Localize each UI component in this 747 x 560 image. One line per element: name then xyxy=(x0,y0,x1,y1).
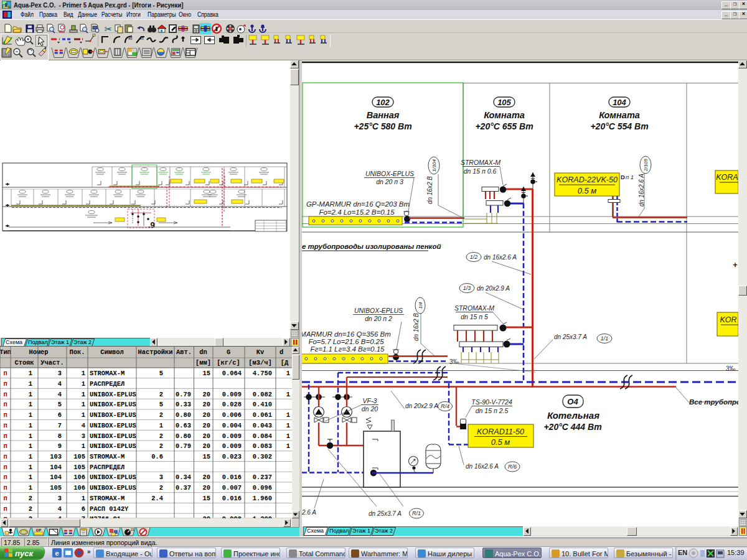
svg-text:[м3/ч]: [м3/ч] xyxy=(248,359,271,366)
svg-text:РАСП 0142Y: РАСП 0142Y xyxy=(90,505,129,513)
svg-text:1.960: 1.960 xyxy=(253,495,272,502)
svg-text:+: + xyxy=(733,260,738,269)
svg-text:UNIBOX-EPLUS: UNIBOX-EPLUS xyxy=(90,411,136,419)
svg-text:dn 15 п 5: dn 15 п 5 xyxy=(461,313,488,320)
svg-text:1: 1 xyxy=(82,495,85,502)
svg-text:1: 1 xyxy=(286,370,290,377)
svg-text:D: D xyxy=(621,174,625,180)
svg-text:KORAD-22VK-50: KORAD-22VK-50 xyxy=(557,175,618,184)
svg-text:TS-90-V-7724: TS-90-V-7724 xyxy=(471,398,512,406)
svg-text:3: 3 xyxy=(58,495,62,502)
svg-text:20: 20 xyxy=(203,401,210,408)
svg-text:R/4: R/4 xyxy=(441,403,449,409)
svg-text:5: 5 xyxy=(159,370,163,377)
svg-text:106: 106 xyxy=(73,484,85,492)
svg-text:✂: ✂ xyxy=(105,24,113,34)
svg-text:dn 20 п 3: dn 20 п 3 xyxy=(376,178,403,185)
svg-text:UNIBOX-EPLUS: UNIBOX-EPLUS xyxy=(90,401,136,408)
svg-text:[мм]: [мм] xyxy=(195,359,211,366)
svg-text:106: 106 xyxy=(73,474,85,481)
svg-text:d: d xyxy=(280,348,283,356)
svg-text:UNIBOX-EPLUS: UNIBOX-EPLUS xyxy=(354,307,403,314)
svg-text:STROMAX-M: STROMAX-M xyxy=(90,370,125,377)
svg-text:п: п xyxy=(3,484,7,492)
svg-text:+20°C 554 Вт: +20°C 554 Вт xyxy=(590,121,648,131)
svg-text:UNIBOX-EPLUS: UNIBOX-EPLUS xyxy=(90,432,136,440)
svg-text:1: 1 xyxy=(82,370,85,377)
svg-text:п: п xyxy=(3,432,7,440)
svg-text:15: 15 xyxy=(203,495,210,502)
svg-text:dn 25x3.7 A: dn 25x3.7 A xyxy=(554,334,587,340)
svg-text:0.80: 0.80 xyxy=(176,432,191,440)
svg-text:п: п xyxy=(3,401,7,408)
svg-text:dn 25x3.7 A: dn 25x3.7 A xyxy=(369,510,402,517)
svg-text:dn: dn xyxy=(199,348,207,356)
svg-text:-MARMUR dn=16 Q=356 Вт: -MARMUR dn=16 Q=356 Вт xyxy=(302,330,391,338)
svg-text:1/4: 1/4 xyxy=(418,302,423,309)
svg-text:1: 1 xyxy=(29,453,32,460)
svg-text:105: 105 xyxy=(73,453,85,460)
svg-text:1: 1 xyxy=(286,391,290,398)
svg-text:20: 20 xyxy=(203,484,210,492)
svg-text:Fг=1.1 Lг=3.4 Вг=0.15: Fг=1.1 Lг=3.4 Вг=0.15 xyxy=(311,345,385,353)
svg-text:0.37: 0.37 xyxy=(176,484,191,492)
svg-text:0.082: 0.082 xyxy=(253,391,272,398)
svg-text:dn 16x2 B: dn 16x2 B xyxy=(413,313,420,341)
svg-text:105: 105 xyxy=(497,98,511,107)
svg-text:15: 15 xyxy=(131,528,134,531)
svg-text:1: 1 xyxy=(82,401,85,408)
svg-text:4: 4 xyxy=(58,391,62,398)
svg-text:O4: O4 xyxy=(567,397,578,406)
svg-text:1: 1 xyxy=(29,464,32,471)
svg-text:VF-3: VF-3 xyxy=(363,397,377,404)
svg-text:0.5 м: 0.5 м xyxy=(491,437,510,447)
svg-text:п: п xyxy=(3,474,7,481)
svg-text:STROMAX-M: STROMAX-M xyxy=(90,453,125,460)
svg-text:6: 6 xyxy=(82,505,85,513)
svg-text:dn 16x2.6 A: dn 16x2.6 A xyxy=(484,254,517,261)
svg-text:3: 3 xyxy=(82,432,85,440)
svg-text:STROMAX-M: STROMAX-M xyxy=(90,495,125,502)
svg-text:1: 1 xyxy=(286,442,290,450)
svg-text:Стояк: Стояк xyxy=(14,359,34,366)
svg-text:2: 2 xyxy=(159,391,163,398)
svg-text:0.083: 0.083 xyxy=(253,442,272,450)
svg-text:Символ: Символ xyxy=(100,348,123,356)
svg-text:0.084: 0.084 xyxy=(253,432,272,440)
svg-text:е трубопроводы изолированы пен: е трубопроводы изолированы пенкой xyxy=(302,243,441,250)
svg-text:1: 1 xyxy=(286,432,290,440)
svg-text:0.237: 0.237 xyxy=(253,474,272,481)
svg-text:1/2: 1/2 xyxy=(470,254,478,260)
svg-text:102: 102 xyxy=(376,98,390,107)
svg-text:1: 1 xyxy=(29,391,32,398)
svg-text:Kv: Kv xyxy=(256,348,265,356)
svg-text:0.009: 0.009 xyxy=(222,442,242,450)
svg-text:РАСПРЕДЕЛ: РАСПРЕДЕЛ xyxy=(90,380,125,388)
svg-text:1/3: 1/3 xyxy=(463,285,471,291)
svg-text:1: 1 xyxy=(29,411,32,419)
svg-text:0.064: 0.064 xyxy=(222,370,242,377)
svg-text:G: G xyxy=(227,348,230,356)
svg-text:0.5 м: 0.5 м xyxy=(578,186,597,195)
svg-text:Авт.: Авт. xyxy=(176,348,192,356)
svg-text:UNIBOX-EPLUS: UNIBOX-EPLUS xyxy=(365,170,414,177)
svg-text:1: 1 xyxy=(82,411,85,419)
svg-text:105: 105 xyxy=(50,484,62,492)
svg-text:Ванная: Ванная xyxy=(367,110,400,120)
svg-text:2: 2 xyxy=(159,484,163,492)
svg-text:п: п xyxy=(3,453,7,460)
svg-text:105: 105 xyxy=(73,464,85,471)
svg-text:[кг/с]: [кг/с] xyxy=(217,359,240,366)
svg-text:6: 6 xyxy=(58,411,62,419)
svg-text:Пок.: Пок. xyxy=(70,348,85,356)
svg-text:+25°C 580 Вт: +25°C 580 Вт xyxy=(354,121,411,131)
svg-text:2.6 A: 2.6 A xyxy=(302,509,316,516)
svg-text:104: 104 xyxy=(50,474,62,481)
svg-text:п: п xyxy=(3,505,7,513)
svg-text:3: 3 xyxy=(159,474,163,481)
svg-text:1: 1 xyxy=(29,380,32,388)
svg-text:1: 1 xyxy=(29,401,32,408)
svg-text:0.016: 0.016 xyxy=(222,495,242,502)
svg-text:2.4: 2.4 xyxy=(151,495,163,502)
svg-text:0.043: 0.043 xyxy=(253,422,272,429)
